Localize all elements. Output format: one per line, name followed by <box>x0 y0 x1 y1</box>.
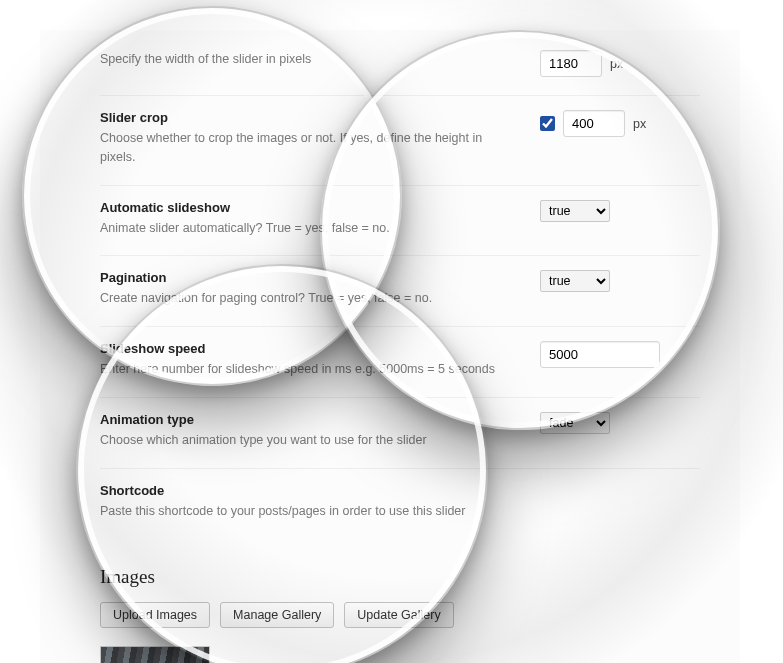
speed-desc: Enter here number for slideshow speed in… <box>100 360 520 379</box>
manage-gallery-button[interactable]: Manage Gallery <box>220 602 334 628</box>
anim-label: Animation type <box>100 412 520 427</box>
width-unit: px <box>610 57 623 71</box>
pagination-desc: Create navigation for paging control? Tr… <box>100 289 520 308</box>
row-pagination: Pagination Create navigation for paging … <box>100 255 700 326</box>
row-slider-width: Specify the width of the slider in pixel… <box>100 50 700 95</box>
images-section: Images Upload Images Manage Gallery Upda… <box>100 566 700 663</box>
auto-label: Automatic slideshow <box>100 200 520 215</box>
crop-label: Slider crop <box>100 110 520 125</box>
gallery-thumbnail[interactable] <box>100 646 210 663</box>
row-shortcode: Shortcode Paste this shortcode to your p… <box>100 468 700 539</box>
crop-unit: px <box>633 117 646 131</box>
speed-label: Slideshow speed <box>100 341 520 356</box>
crop-desc: Choose whether to crop the images or not… <box>100 129 520 167</box>
images-heading: Images <box>100 566 700 588</box>
pagination-select[interactable]: true <box>540 270 610 292</box>
crop-checkbox[interactable] <box>540 116 555 131</box>
auto-desc: Animate slider automatically? True = yes… <box>100 219 520 238</box>
width-desc: Specify the width of the slider in pixel… <box>100 50 520 69</box>
row-auto-slideshow: Automatic slideshow Animate slider autom… <box>100 185 700 256</box>
shortcode-label: Shortcode <box>100 483 520 498</box>
crop-height-input[interactable] <box>563 110 625 137</box>
upload-images-button[interactable]: Upload Images <box>100 602 210 628</box>
anim-select[interactable]: fade <box>540 412 610 434</box>
row-slider-crop: Slider crop Choose whether to crop the i… <box>100 95 700 185</box>
auto-select[interactable]: true <box>540 200 610 222</box>
update-gallery-button[interactable]: Update Gallery <box>344 602 453 628</box>
slider-width-input[interactable] <box>540 50 602 77</box>
row-animation-type: Animation type Choose which animation ty… <box>100 397 700 468</box>
anim-desc: Choose which animation type you want to … <box>100 431 520 450</box>
row-slideshow-speed: Slideshow speed Enter here number for sl… <box>100 326 700 397</box>
speed-input[interactable] <box>540 341 660 368</box>
shortcode-desc: Paste this shortcode to your posts/pages… <box>100 502 520 521</box>
slider-settings-panel: Specify the width of the slider in pixel… <box>40 30 740 663</box>
pagination-label: Pagination <box>100 270 520 285</box>
